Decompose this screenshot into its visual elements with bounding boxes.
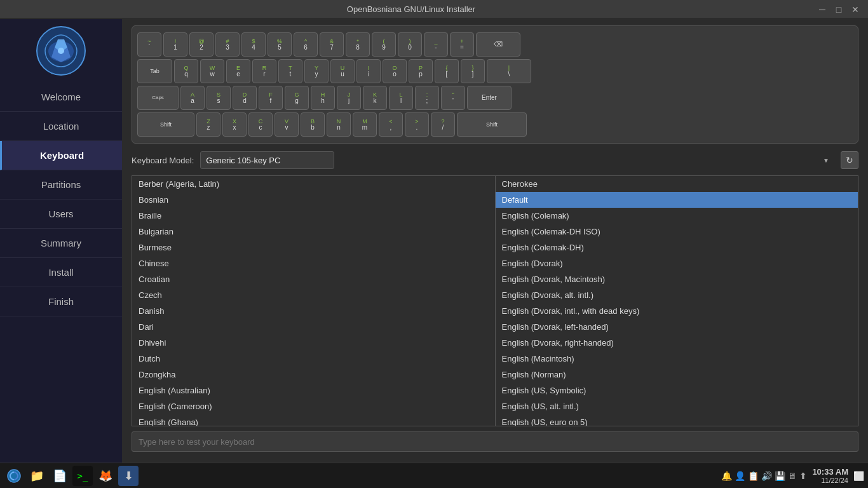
key-r: Rr [252,59,276,83]
chevron-down-icon: ▼ [823,157,829,164]
keyboard-test-input[interactable] [132,431,858,452]
main-container: Welcome Location Keyboard Partitions Use… [0,19,868,488]
list-item[interactable]: Chinese [132,255,495,271]
key-lshift: Shift [137,112,194,137]
key-3: #3 [215,32,240,57]
sidebar-item-users[interactable]: Users [0,200,122,229]
user-icon[interactable]: 👤 [735,471,745,481]
list-item[interactable]: Dari [132,319,495,335]
key-8: *8 [346,32,370,57]
list-item[interactable]: English (Dvorak, alt. intl.) [496,287,858,303]
list-item[interactable]: English (Ghana) [132,414,495,426]
key-j: Jj [337,86,361,110]
key-1: !1 [163,32,187,57]
storage-icon[interactable]: 💾 [775,471,785,481]
key-row-2: Tab Qq Ww Ee Rr Tt Yy Uu Ii Oo Pp {[ }] … [137,59,853,83]
taskbar-terminal[interactable]: >_ [72,466,93,486]
list-item[interactable]: English (Dvorak) [496,255,858,271]
key-lbracket: {[ [435,59,459,83]
keyboard-model-select-wrapper: Generic 105-key PC Generic 101-key PC Ge… [200,151,834,169]
key-g: Gg [285,86,309,110]
list-item[interactable]: English (Dvorak, left-handed) [496,319,858,335]
list-item[interactable]: English (Dvorak, right-handed) [496,335,858,351]
sidebar-item-partitions[interactable]: Partitions [0,170,122,200]
sidebar-item-finish[interactable]: Finish [0,287,122,316]
list-item[interactable]: English (US, euro on 5) [496,414,858,426]
sidebar-item-location[interactable]: Location [0,112,122,141]
list-item[interactable]: English (Cameroon) [132,398,495,414]
key-p: Pp [409,59,433,83]
list-item[interactable]: Berber (Algeria, Latin) [132,176,495,192]
clipboard-icon[interactable]: 📋 [748,471,759,481]
key-equals: += [450,32,474,57]
key-u: Uu [330,59,355,83]
list-item[interactable]: Dhivehi [132,335,495,351]
keyboard-language-list[interactable]: Berber (Algeria, Latin) Bosnian Braille … [132,176,496,426]
titlebar: OpenBosniana GNU/Linux Installer ─ □ ✕ [0,0,868,19]
key-period: >. [405,112,429,137]
taskbar-firefox[interactable]: 🦊 [95,466,116,486]
sidebar-item-keyboard[interactable]: Keyboard [0,141,122,170]
sidebar-item-welcome[interactable]: Welcome [0,83,122,112]
list-item[interactable]: English (US, Symbolic) [496,383,858,398]
keyboard-variant-list[interactable]: Cherokee Default English (Colemak) Engli… [496,176,858,426]
list-item[interactable]: Dutch [132,351,495,367]
key-capslock: Caps [137,86,179,110]
volume-icon[interactable]: 🔊 [761,471,772,481]
key-backtick: ~` [137,32,161,57]
list-item-selected[interactable]: Default [496,192,858,208]
list-item[interactable]: Bosnian [132,192,495,208]
key-x: Xx [222,112,247,137]
taskbar-files[interactable]: 📁 [27,466,47,486]
key-d: Dd [233,86,257,110]
taskbar-start[interactable] [4,466,24,486]
keyboard-model-row: Keyboard Model: Generic 105-key PC Gener… [132,151,858,169]
list-item[interactable]: Dzongkha [132,367,495,383]
keyboard-model-label: Keyboard Model: [132,156,194,165]
sidebar-item-install[interactable]: Install [0,258,122,287]
update-icon[interactable]: ⬆ [799,471,807,481]
key-6: ^6 [294,32,318,57]
list-item[interactable]: English (Dvorak, intl., with dead keys) [496,303,858,319]
key-n: Nn [327,112,351,137]
list-item[interactable]: English (Colemak-DH ISO) [496,224,858,240]
list-item[interactable]: English (Macintosh) [496,351,858,367]
show-desktop-icon[interactable]: ⬜ [853,471,864,481]
notification-icon[interactable]: 🔔 [721,471,732,481]
key-h: Hh [311,86,335,110]
key-t: Tt [278,59,302,83]
list-item[interactable]: English (Colemak) [496,208,858,224]
list-item[interactable]: English (Australian) [132,383,495,398]
key-enter: Enter [467,86,512,110]
taskbar-sys-icons: 🔔 👤 📋 🔊 💾 🖥 ⬆ [721,471,807,481]
key-comma: <, [379,112,403,137]
refresh-button[interactable]: ↻ [841,151,858,169]
sidebar-nav: Welcome Location Keyboard Partitions Use… [0,83,122,316]
sidebar-item-summary[interactable]: Summary [0,229,122,258]
key-slash: ?/ [431,112,455,137]
key-4: $4 [241,32,266,57]
key-rbracket: }] [461,59,485,83]
display-icon[interactable]: 🖥 [788,471,797,481]
key-row-1: ~` !1 @2 #3 $4 %5 ^6 &7 *8 (9 )0 _- += ⌫ [137,32,853,57]
list-item[interactable]: Cherokee [496,176,858,192]
taskbar-installer[interactable]: ⬇ [118,466,139,486]
list-item[interactable]: Burmese [132,240,495,255]
list-item[interactable]: Bulgarian [132,224,495,240]
svg-point-1 [58,48,64,54]
list-item[interactable]: Braille [132,208,495,224]
key-m: Mm [353,112,377,137]
maximize-button[interactable]: □ [832,3,845,16]
key-row-3: Caps Aa Ss Dd Ff Gg Hh Jj Kk Ll :; "' En… [137,86,853,110]
taskbar-text-editor[interactable]: 📄 [50,466,70,486]
minimize-button[interactable]: ─ [816,3,829,16]
list-item[interactable]: Danish [132,303,495,319]
list-item[interactable]: Czech [132,287,495,303]
list-item[interactable]: Croatian [132,271,495,287]
list-item[interactable]: English (Dvorak, Macintosh) [496,271,858,287]
keyboard-model-select[interactable]: Generic 105-key PC Generic 101-key PC Ge… [200,151,334,169]
close-button[interactable]: ✕ [849,3,862,16]
list-item[interactable]: English (Norman) [496,367,858,383]
list-item[interactable]: English (Colemak-DH) [496,240,858,255]
list-item[interactable]: English (US, alt. intl.) [496,398,858,414]
